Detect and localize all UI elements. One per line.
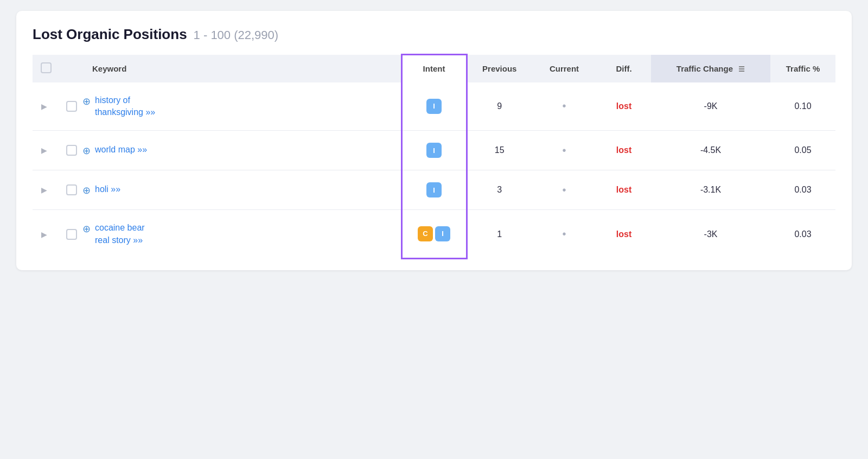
diff-cell: lost — [597, 82, 651, 131]
row-checkbox[interactable] — [66, 229, 77, 240]
intent-badges: I — [409, 182, 459, 197]
row-expand-cell: ▶ — [33, 170, 60, 210]
previous-cell: 15 — [467, 131, 532, 170]
current-cell: • — [532, 210, 597, 258]
row-checkbox[interactable] — [66, 101, 77, 112]
keyword-cell-inner: ⊕ cocaine bearreal story »» — [66, 222, 394, 246]
col-header-traffic-pct: Traffic % — [770, 55, 835, 82]
diff-lost-label: lost — [616, 185, 631, 194]
col-header-intent: Intent — [401, 55, 467, 82]
col-header-diff: Diff. — [597, 55, 651, 82]
traffic-pct-cell: 0.05 — [770, 131, 835, 170]
keyword-cell-inner: ⊕ holi »» — [66, 183, 394, 196]
add-keyword-icon[interactable]: ⊕ — [82, 145, 91, 157]
expand-chevron[interactable]: ▶ — [41, 230, 50, 239]
table-row: ▶ ⊕ cocaine bearreal story »» CI1•lost-3… — [33, 210, 835, 258]
page-range: 1 - 100 (22,990) — [194, 28, 279, 42]
add-keyword-icon[interactable]: ⊕ — [82, 95, 91, 107]
keyword-cell: ⊕ history ofthanksgiving »» — [60, 82, 401, 131]
keyword-cell: ⊕ world map »» — [60, 131, 401, 170]
row-expand-cell: ▶ — [33, 131, 60, 170]
select-all-checkbox[interactable] — [41, 62, 52, 73]
keyword-link[interactable]: cocaine bearreal story »» — [95, 222, 145, 246]
keyword-link[interactable]: history ofthanksgiving »» — [95, 94, 155, 119]
current-dot: • — [562, 144, 566, 156]
current-cell: • — [532, 131, 597, 170]
diff-cell: lost — [597, 131, 651, 170]
intent-cell: I — [401, 170, 467, 210]
main-container: Lost Organic Positions 1 - 100 (22,990) … — [16, 11, 852, 270]
previous-cell: 1 — [467, 210, 532, 258]
keyword-expand-area: ⊕ history ofthanksgiving »» — [82, 94, 155, 119]
positions-table: Keyword Intent Previous Current Diff. Tr… — [33, 54, 835, 259]
traffic-pct-cell: 0.03 — [770, 170, 835, 210]
intent-badge-I: I — [435, 226, 450, 241]
row-checkbox[interactable] — [66, 145, 77, 156]
traffic-change-cell: -3.1K — [651, 170, 770, 210]
expand-chevron[interactable]: ▶ — [41, 146, 50, 155]
table-body: ▶ ⊕ history ofthanksgiving »» I9•lost-9K… — [33, 82, 835, 259]
intent-cell: CI — [401, 210, 467, 258]
keyword-cell: ⊕ cocaine bearreal story »» — [60, 210, 401, 258]
keyword-link[interactable]: holi »» — [95, 183, 120, 195]
col-header-current: Current — [532, 55, 597, 82]
filter-icon[interactable]: ☰ — [738, 65, 745, 73]
current-dot: • — [562, 228, 566, 240]
traffic-change-cell: -9K — [651, 82, 770, 131]
intent-badge-I: I — [426, 182, 442, 197]
keyword-cell-inner: ⊕ history ofthanksgiving »» — [66, 94, 394, 119]
intent-cell: I — [401, 131, 467, 170]
col-header-traffic-change: Traffic Change ☰ — [651, 55, 770, 82]
current-dot: • — [562, 100, 566, 112]
current-cell: • — [532, 170, 597, 210]
traffic-change-cell: -4.5K — [651, 131, 770, 170]
keyword-expand-area: ⊕ world map »» — [82, 144, 147, 157]
intent-badges: CI — [409, 226, 459, 241]
traffic-pct-cell: 0.10 — [770, 82, 835, 131]
page-header: Lost Organic Positions 1 - 100 (22,990) — [33, 26, 835, 43]
col-header-keyword: Keyword — [60, 55, 401, 82]
header-select-all — [33, 55, 60, 82]
add-keyword-icon[interactable]: ⊕ — [82, 184, 91, 196]
diff-cell: lost — [597, 170, 651, 210]
previous-cell: 9 — [467, 82, 532, 131]
expand-chevron[interactable]: ▶ — [41, 102, 50, 111]
page-title: Lost Organic Positions — [33, 26, 187, 43]
traffic-pct-cell: 0.03 — [770, 210, 835, 258]
table-header-row: Keyword Intent Previous Current Diff. Tr… — [33, 55, 835, 82]
diff-lost-label: lost — [616, 101, 631, 111]
intent-badge-I: I — [426, 143, 442, 158]
previous-cell: 3 — [467, 170, 532, 210]
diff-lost-label: lost — [616, 145, 631, 155]
traffic-change-value: -3.1K — [700, 185, 721, 194]
intent-badges: I — [409, 143, 459, 158]
traffic-change-value: -3K — [704, 229, 718, 239]
keyword-cell-inner: ⊕ world map »» — [66, 144, 394, 157]
intent-badge-I: I — [426, 99, 442, 114]
current-cell: • — [532, 82, 597, 131]
current-dot: • — [562, 184, 566, 196]
table-row: ▶ ⊕ world map »» I15•lost-4.5K0.05 — [33, 131, 835, 170]
traffic-change-cell: -3K — [651, 210, 770, 258]
intent-badges: I — [409, 99, 459, 114]
table-row: ▶ ⊕ history ofthanksgiving »» I9•lost-9K… — [33, 82, 835, 131]
add-keyword-icon[interactable]: ⊕ — [82, 223, 91, 235]
keyword-link[interactable]: world map »» — [95, 144, 147, 156]
diff-lost-label: lost — [616, 229, 631, 239]
row-expand-cell: ▶ — [33, 210, 60, 258]
row-checkbox[interactable] — [66, 184, 77, 195]
intent-cell: I — [401, 82, 467, 131]
traffic-change-value: -4.5K — [700, 145, 721, 155]
traffic-change-value: -9K — [704, 101, 718, 111]
expand-chevron[interactable]: ▶ — [41, 186, 50, 194]
keyword-expand-area: ⊕ cocaine bearreal story »» — [82, 222, 145, 246]
table-row: ▶ ⊕ holi »» I3•lost-3.1K0.03 — [33, 170, 835, 210]
col-header-previous: Previous — [467, 55, 532, 82]
keyword-cell: ⊕ holi »» — [60, 170, 401, 210]
row-expand-cell: ▶ — [33, 82, 60, 131]
diff-cell: lost — [597, 210, 651, 258]
intent-badge-C: C — [418, 226, 433, 241]
keyword-expand-area: ⊕ holi »» — [82, 183, 120, 196]
